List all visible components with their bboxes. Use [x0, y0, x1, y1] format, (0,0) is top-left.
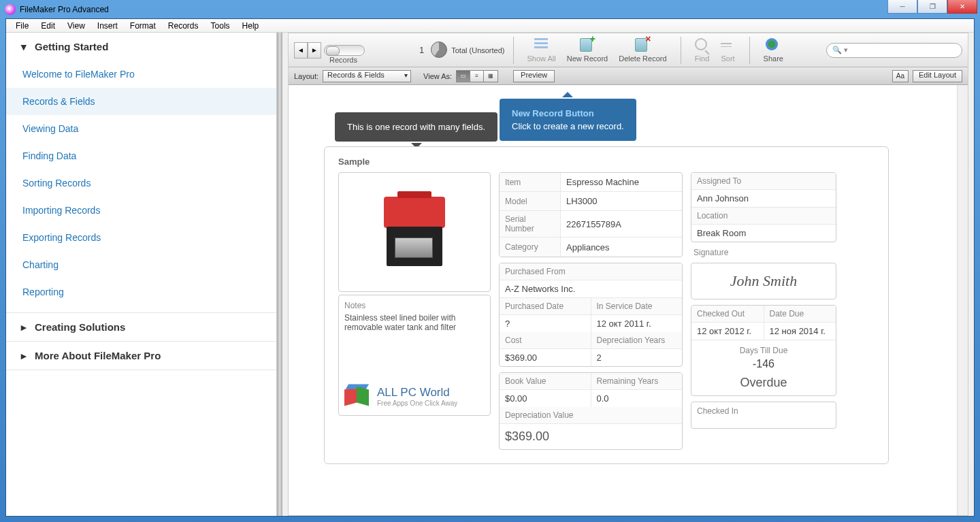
- next-record-button[interactable]: ►: [308, 42, 321, 59]
- days-till-due: -146: [697, 358, 830, 370]
- remaining-years-field[interactable]: 0.0: [591, 390, 683, 407]
- edit-layout-button[interactable]: Edit Layout: [913, 70, 962, 82]
- divider[interactable]: [277, 33, 282, 516]
- sidebar-item-charting[interactable]: Charting: [6, 251, 276, 278]
- preview-button[interactable]: Preview: [513, 70, 555, 82]
- chevron-down-icon: ▾: [20, 43, 28, 51]
- notes-field[interactable]: Notes Stainless steel lined boiler with …: [338, 295, 491, 416]
- menu-tools[interactable]: Tools: [206, 20, 235, 32]
- section-creating-solutions[interactable]: ▸ Creating Solutions: [6, 313, 276, 341]
- delete-record-button[interactable]: Delete Record: [613, 38, 672, 63]
- sidebar-item-exporting[interactable]: Exporting Records: [6, 224, 276, 251]
- total-label: Total (Unsorted): [451, 46, 504, 54]
- view-table-button[interactable]: ▦: [484, 71, 497, 82]
- records-label: Records: [329, 56, 357, 64]
- record-heading: Sample: [338, 157, 875, 167]
- new-record-button[interactable]: New Record: [561, 38, 614, 63]
- chevron-right-icon: ▸: [20, 323, 28, 331]
- record-slider[interactable]: [324, 45, 365, 56]
- due-status: Overdue: [697, 376, 830, 390]
- titlebar: FileMaker Pro Advanced: [1, 1, 979, 18]
- layout-select[interactable]: Records & Fields: [323, 70, 411, 82]
- menu-help[interactable]: Help: [237, 20, 265, 32]
- menu-edit[interactable]: Edit: [35, 20, 61, 32]
- pie-icon: [431, 42, 447, 58]
- model-field[interactable]: LH3000: [561, 193, 682, 210]
- menu-view[interactable]: View: [62, 20, 91, 32]
- view-form-button[interactable]: ▭: [457, 71, 470, 82]
- viewas-label: View As:: [423, 72, 452, 80]
- canvas: This is one record with many fields. New…: [289, 85, 957, 515]
- tooltip-new-record: New Record Button Click to create a new …: [500, 99, 636, 141]
- category-field[interactable]: Appliances: [561, 239, 682, 256]
- section-more-about[interactable]: ▸ More About FileMaker Pro: [6, 342, 276, 370]
- app-icon: [5, 4, 16, 15]
- menu-records[interactable]: Records: [163, 20, 204, 32]
- sidebar-item-records-fields[interactable]: Records & Fields: [6, 88, 276, 115]
- assigned-to-field[interactable]: Ann Johnson: [691, 190, 836, 207]
- view-list-button[interactable]: ≡: [470, 71, 484, 82]
- sidebar-item-welcome[interactable]: Welcome to FileMaker Pro: [6, 61, 276, 88]
- checked-out-field[interactable]: 12 окт 2012 г.: [691, 323, 764, 340]
- search-input[interactable]: 🔍 ▾: [826, 43, 962, 58]
- menu-format[interactable]: Format: [125, 20, 161, 32]
- share-button[interactable]: Share: [758, 38, 789, 63]
- sort-button[interactable]: Sort: [715, 38, 741, 63]
- serial-field[interactable]: 2267155789A: [561, 216, 682, 233]
- location-field[interactable]: Break Room: [691, 225, 836, 242]
- chevron-right-icon: ▸: [20, 352, 28, 360]
- checked-in-field[interactable]: Checked In: [691, 402, 836, 429]
- sidebar-item-viewing[interactable]: Viewing Data: [6, 115, 276, 142]
- depreciation-years-field[interactable]: 2: [591, 349, 683, 366]
- signature-field[interactable]: John Smith: [691, 263, 836, 299]
- sidebar: ▾ Getting Started Welcome to FileMaker P…: [6, 33, 277, 516]
- tooltip-record: This is one record with many fields.: [335, 112, 497, 142]
- aa-button[interactable]: Aa: [892, 70, 909, 82]
- layout-bar: Layout: Records & Fields View As: ▭ ≡ ▦ …: [289, 67, 968, 85]
- record-count: 1: [419, 45, 424, 55]
- date-due-field[interactable]: 12 ноя 2014 г.: [764, 323, 836, 340]
- maximize-button[interactable]: ❐: [917, 0, 947, 14]
- watermark: ALL PC WorldFree Apps One Click Away: [344, 382, 485, 410]
- record-card: Sample Notes Stainless steel lined boile…: [324, 146, 889, 464]
- sidebar-item-sorting[interactable]: Sorting Records: [6, 169, 276, 197]
- view-buttons: ▭ ≡ ▦: [456, 70, 498, 82]
- window-title: FileMaker Pro Advanced: [20, 5, 109, 14]
- menu-insert[interactable]: Insert: [92, 20, 123, 32]
- close-button[interactable]: ✕: [947, 0, 977, 14]
- service-date-field[interactable]: 12 окт 2011 г.: [591, 315, 683, 332]
- prev-record-button[interactable]: ◄: [294, 42, 308, 59]
- layout-label: Layout:: [294, 72, 318, 80]
- purchased-date-field[interactable]: ?: [500, 315, 591, 332]
- minimize-button[interactable]: ─: [887, 0, 917, 14]
- toolbar: ◄ ► Records 1 Total (Unsorted): [289, 33, 968, 67]
- sidebar-item-importing[interactable]: Importing Records: [6, 197, 276, 224]
- vertical-scrollbar[interactable]: [957, 85, 968, 515]
- section-getting-started[interactable]: ▾ Getting Started: [6, 33, 276, 61]
- menubar: File Edit View Insert Format Records Too…: [6, 19, 974, 33]
- cost-field[interactable]: $369.00: [500, 349, 591, 366]
- book-value-field[interactable]: $0.00: [500, 390, 591, 407]
- item-image[interactable]: [338, 172, 491, 292]
- depreciation-value-field[interactable]: $369.00: [500, 424, 682, 449]
- purchased-from-field[interactable]: A-Z Networks Inc.: [500, 280, 682, 297]
- show-all-button[interactable]: Show All: [522, 38, 561, 63]
- sidebar-item-reporting[interactable]: Reporting: [6, 278, 276, 306]
- find-button[interactable]: Find: [689, 38, 715, 63]
- main-panel: ◄ ► Records 1 Total (Unsorted): [282, 33, 974, 516]
- item-field[interactable]: Espresso Machine: [561, 174, 682, 191]
- sidebar-item-finding[interactable]: Finding Data: [6, 142, 276, 169]
- menu-file[interactable]: File: [10, 20, 34, 32]
- window-frame: FileMaker Pro Advanced ─ ❐ ✕ File Edit V…: [0, 0, 980, 522]
